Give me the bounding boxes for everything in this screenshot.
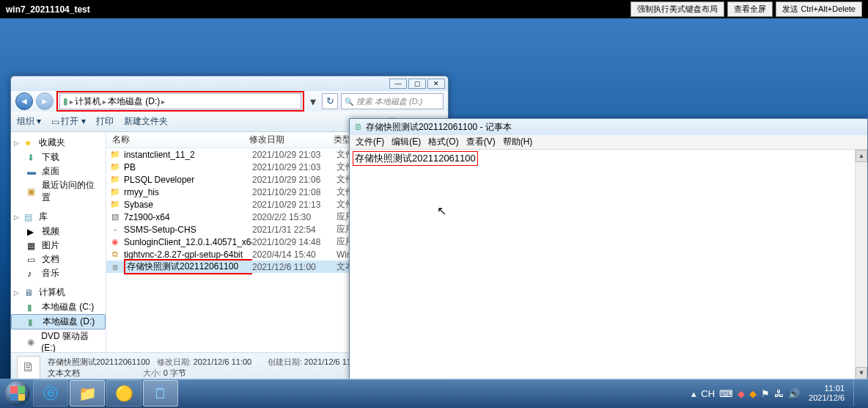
sidebar-item-downloads[interactable]: ⬇下载 <box>11 150 106 164</box>
notepad-textarea[interactable]: 存储快照测试202112061100 ▲ ▼ <box>350 150 867 379</box>
ie-icon: ⓔ <box>43 384 58 404</box>
vnc-titlebar: win7_20211104_test 强制执行美式键盘布局 查看全屏 发送 Ct… <box>0 0 868 18</box>
menu-file[interactable]: 文件(F) <box>353 136 387 148</box>
file-name: tightvnc-2.8.27-gpl-setup-64bit <box>124 249 252 260</box>
vnc-fullscreen-button[interactable]: 查看全屏 <box>727 1 773 17</box>
tray-icon[interactable]: ◆ <box>738 388 745 399</box>
file-date: 2021/10/29 21:03 <box>252 162 336 172</box>
taskbar-chrome[interactable]: 🟡 <box>106 380 141 407</box>
folder-icon: 📁 <box>109 162 121 172</box>
file-name: instantclient_11_2 <box>124 150 252 160</box>
status-file-icon: 🗎 <box>17 356 40 379</box>
folder-icon: 📁 <box>109 175 121 184</box>
taskbar-ie[interactable]: ⓔ <box>33 380 68 407</box>
notepad-title: 存储快照测试202112061100 - 记事本 <box>366 121 512 134</box>
system-tray: ▴ CH ⌨ ◆ ◆ ⚑ 🖧 🔊 11:01 2021/12/6 <box>687 380 865 407</box>
sidebar-favorites[interactable]: ▷★收藏夹 <box>11 135 106 150</box>
sidebar-drive-d[interactable]: ▮本地磁盘 (D:) <box>11 314 106 329</box>
start-button[interactable] <box>3 380 32 407</box>
breadcrumb-drive[interactable]: 本地磁盘 (D:) <box>108 95 160 108</box>
7z-icon: ▧ <box>109 212 121 222</box>
notepad-icon: 🗎 <box>354 122 363 132</box>
organize-menu[interactable]: 组织 ▾ <box>17 115 41 128</box>
file-date: 2021/1/31 22:54 <box>252 225 336 235</box>
breadcrumb-sep-icon: ▸ <box>161 98 165 106</box>
file-date: 2021/10/29 21:08 <box>252 187 336 197</box>
explorer-titlebar[interactable]: — ▢ ✕ <box>11 76 448 91</box>
taskbar-clock[interactable]: 11:01 2021/12/6 <box>804 384 849 403</box>
show-desktop-button[interactable] <box>853 380 861 407</box>
vnc-title: win7_20211104_test <box>6 4 628 15</box>
maximize-button[interactable]: ▢ <box>408 79 426 89</box>
file-name: SunloginClient_12.0.1.40571_x64 <box>124 237 252 247</box>
sidebar-item-documents[interactable]: ▭文档 <box>11 252 106 266</box>
file-name: PLSQL Developer <box>124 175 252 185</box>
minimize-button[interactable]: — <box>389 79 407 89</box>
sidebar-item-recent[interactable]: ▣最近访问的位置 <box>11 178 106 205</box>
network-icon[interactable]: 🖧 <box>774 388 784 399</box>
ime-indicator[interactable]: CH <box>701 388 715 399</box>
windows-logo-icon <box>5 381 30 406</box>
scroll-up-icon[interactable]: ▲ <box>856 150 867 162</box>
sidebar-drive-c[interactable]: ▮本地磁盘 (C:) <box>11 300 106 314</box>
menu-help[interactable]: 帮助(H) <box>500 136 536 148</box>
print-button[interactable]: 打印 <box>96 115 114 128</box>
column-name[interactable]: 名称 <box>106 134 249 146</box>
status-text: 存储快照测试202112061100 修改日期: 2021/12/6 11:00… <box>48 357 362 379</box>
sidebar-item-videos[interactable]: ▶视频 <box>11 225 106 238</box>
file-date: 2021/10/29 21:13 <box>252 200 336 210</box>
chrome-icon: 🟡 <box>115 385 133 402</box>
search-input[interactable]: 搜索 本地磁盘 (D:) <box>341 93 444 109</box>
sidebar-computer[interactable]: ▷🖥计算机 <box>11 285 106 300</box>
download-icon: ⬇ <box>27 153 39 163</box>
sidebar-item-music[interactable]: ♪音乐 <box>11 266 106 280</box>
notepad-window[interactable]: 🗎 存储快照测试202112061100 - 记事本 文件(F) 编辑(E) 格… <box>349 118 868 380</box>
menu-view[interactable]: 查看(V) <box>463 136 499 148</box>
library-icon: ▤ <box>24 212 36 222</box>
tray-up-icon[interactable]: ▴ <box>691 388 696 399</box>
file-date: 2020/4/14 15:40 <box>252 249 336 260</box>
breadcrumb-highlight: ▮ ▸ 计算机 ▸ 本地磁盘 (D:) ▸ <box>56 91 304 112</box>
file-date: 2021/10/29 14:48 <box>252 237 336 247</box>
file-date: 2021/12/6 11:00 <box>252 262 336 272</box>
recent-icon: ▣ <box>27 186 39 197</box>
nav-forward-button[interactable]: ► <box>36 92 54 110</box>
taskbar-explorer[interactable]: 📁 <box>70 380 105 407</box>
menu-edit[interactable]: 编辑(E) <box>389 136 424 148</box>
open-menu[interactable]: ▭ 打开 ▾ <box>51 115 85 128</box>
refresh-button[interactable]: ↻ <box>322 93 338 109</box>
breadcrumb[interactable]: ▮ ▸ 计算机 ▸ 本地磁盘 (D:) ▸ <box>59 93 301 109</box>
desktop[interactable]: — ▢ ✕ ◄ ► ▮ ▸ 计算机 ▸ 本地磁盘 (D:) ▸ ▾ ↻ 搜索 本… <box>0 18 868 408</box>
sidebar-item-pictures[interactable]: ▦图片 <box>11 238 106 252</box>
vnc-cad-button[interactable]: 发送 Ctrl+Alt+Delete <box>776 1 862 17</box>
notepad-titlebar[interactable]: 🗎 存储快照测试202112061100 - 记事本 <box>350 119 867 135</box>
sidebar-drive-e[interactable]: ◉DVD 驱动器 (E:) <box>11 329 106 352</box>
tray-icon[interactable]: ◆ <box>749 388 757 399</box>
volume-icon[interactable]: 🔊 <box>788 388 800 399</box>
breadcrumb-dropdown[interactable]: ▾ <box>307 95 319 109</box>
folder-icon: 📁 <box>78 385 97 402</box>
breadcrumb-sep-icon: ▸ <box>70 98 73 106</box>
newfolder-button[interactable]: 新建文件夹 <box>124 115 168 128</box>
keyboard-icon[interactable]: ⌨ <box>719 388 733 399</box>
notepad-scrollbar[interactable]: ▲ ▼ <box>855 150 867 379</box>
breadcrumb-root[interactable]: 计算机 <box>75 95 101 108</box>
file-name: 7z1900-x64 <box>124 212 252 222</box>
music-icon: ♪ <box>27 269 39 279</box>
txt-icon: 🗎 <box>109 263 121 272</box>
action-center-icon[interactable]: ⚑ <box>761 388 770 399</box>
sidebar-libraries[interactable]: ▷▤库 <box>11 209 106 225</box>
nav-back-button[interactable]: ◄ <box>15 92 33 110</box>
menu-format[interactable]: 格式(O) <box>425 136 461 148</box>
column-date[interactable]: 修改日期 <box>249 134 334 146</box>
app-icon: ▫ <box>109 225 121 234</box>
open-icon: ▭ <box>51 117 59 127</box>
sidebar-item-desktop[interactable]: ▬桌面 <box>11 164 106 178</box>
file-name: Sybase <box>124 200 252 210</box>
desktop-icon: ▬ <box>27 167 39 177</box>
close-button[interactable]: ✕ <box>427 79 445 89</box>
taskbar-notepad[interactable]: 🗒 <box>143 380 178 407</box>
scroll-down-icon[interactable]: ▼ <box>856 367 867 379</box>
file-name: PB <box>124 162 252 172</box>
vnc-keyboard-button[interactable]: 强制执行美式键盘布局 <box>630 1 724 17</box>
